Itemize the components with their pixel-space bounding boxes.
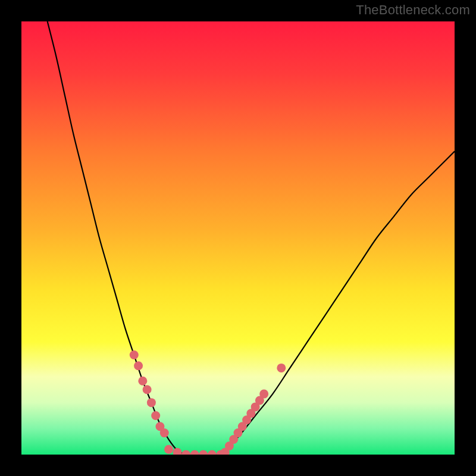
chart-frame <box>0 0 21 476</box>
chart-frame <box>455 0 476 476</box>
data-dot <box>130 350 139 359</box>
plot-background <box>21 21 455 455</box>
chart-frame <box>0 455 476 476</box>
data-dot <box>151 411 160 420</box>
data-dot <box>277 364 286 372</box>
data-dot <box>160 428 169 437</box>
data-dot <box>134 361 143 370</box>
data-dot <box>259 390 268 399</box>
data-dot <box>143 385 152 394</box>
data-dot <box>138 377 147 386</box>
data-dot <box>147 398 156 407</box>
bottleneck-chart <box>0 0 476 476</box>
watermark-text: TheBottleneck.com <box>356 2 470 18</box>
data-dot <box>164 445 173 454</box>
